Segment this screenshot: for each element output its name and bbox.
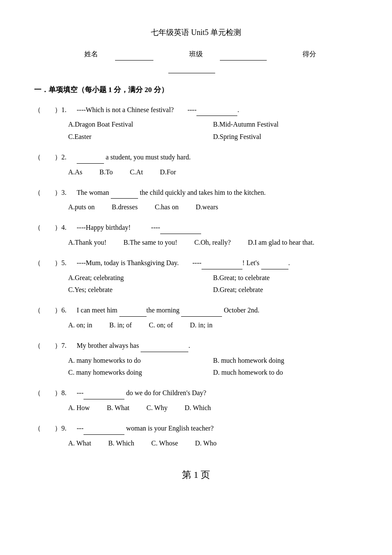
- q3-num: 3.: [61, 187, 77, 199]
- q9-text: --- woman is your English teacher?: [77, 422, 358, 435]
- q3-option-a: A.puts on: [68, 201, 95, 214]
- q9-options: A. What B. Which C. Whose D. Who: [68, 437, 358, 450]
- q2-num: 2.: [61, 151, 77, 164]
- q8-option-a: A. How: [68, 402, 90, 414]
- page-footer: 第 1 页: [34, 466, 358, 483]
- q6-option-b: B. in; of: [109, 319, 132, 332]
- q9-option-d: D. Who: [195, 437, 216, 450]
- question-9: （ ） 9. --- woman is your English teacher…: [34, 422, 358, 450]
- q2-option-a: A.As: [68, 166, 82, 179]
- q8-text: --- do we do for Children's Day?: [77, 387, 358, 399]
- q6-option-c: C. on; of: [149, 319, 173, 332]
- q8-option-d: D. Which: [184, 402, 211, 414]
- q3-options: A.puts on B.dresses C.has on D.wears: [68, 201, 358, 214]
- question-7: （ ） 7. My brother always has . A. many h…: [34, 339, 358, 379]
- q8-num: 8.: [61, 387, 77, 399]
- q4-num: 4.: [61, 222, 77, 234]
- q8-options: A. How B. What C. Why D. Which: [68, 402, 358, 414]
- q7-options: A. many homeworks to do B. much homework…: [68, 355, 358, 379]
- q5-text: ----Mum, today is Thanksgiving Day. ----…: [77, 257, 358, 269]
- q1-options: A.Dragon Boat Festival B.Mid-Autumn Fest…: [68, 119, 358, 143]
- q7-option-d: D. much homework to do: [213, 367, 358, 379]
- question-5: （ ） 5. ----Mum, today is Thanksgiving Da…: [34, 257, 358, 296]
- q8-option-b: B. What: [107, 402, 130, 414]
- q2-options: A.As B.To C.At D.For: [68, 166, 358, 179]
- student-info: 姓名 班级 得分: [34, 48, 358, 73]
- q5-option-c: C.Yes; celebrate: [68, 284, 213, 296]
- q8-bracket: （ ）: [34, 387, 61, 399]
- q6-options: A. on; in B. in; of C. on; of D. in; in: [68, 319, 358, 332]
- q9-bracket: （ ）: [34, 422, 61, 435]
- q1-text: ----Which is not a Chinese festival? ---…: [77, 104, 358, 116]
- q8-option-c: C. Why: [147, 402, 167, 414]
- q4-options: A.Thank you! B.The same to you! C.Oh, re…: [68, 237, 358, 249]
- question-6: （ ） 6. I can meet him the morning Octobe…: [34, 304, 358, 332]
- q6-option-d: D. in; in: [190, 319, 213, 332]
- q7-text: My brother always has .: [77, 339, 358, 352]
- q3-option-d: D.wears: [196, 201, 218, 214]
- question-3: （ ） 3. The woman the child quickly and t…: [34, 186, 358, 214]
- q9-option-b: B. Which: [108, 437, 134, 450]
- name-label: 姓名: [76, 50, 162, 58]
- q6-bracket: （ ）: [34, 304, 61, 317]
- question-4: （ ） 4. ----Happy birthday! ---- A.Thank …: [34, 221, 358, 249]
- q4-option-d: D.I am glad to hear that.: [248, 237, 314, 249]
- q3-text: The woman the child quickly and takes hi…: [77, 186, 358, 199]
- q1-option-b: B.Mid-Autumn Festival: [213, 119, 358, 131]
- q1-option-c: C.Easter: [68, 131, 213, 143]
- q2-option-d: D.For: [160, 166, 176, 179]
- class-label: 班级: [181, 50, 275, 58]
- q1-num: 1.: [61, 104, 77, 116]
- q5-num: 5.: [61, 257, 77, 269]
- q5-option-d: D.Great; celebrate: [213, 284, 358, 296]
- question-2: （ ） 2. a student, you must study hard. A…: [34, 151, 358, 179]
- q2-option-c: C.At: [130, 166, 143, 179]
- q1-option-a: A.Dragon Boat Festival: [68, 119, 213, 131]
- q2-bracket: （ ）: [34, 151, 61, 164]
- q7-option-b: B. much homework doing: [213, 355, 358, 367]
- q5-options: A.Great; celebrating B.Great; to celebra…: [68, 272, 358, 297]
- q5-option-b: B.Great; to celebrate: [213, 272, 358, 284]
- q4-option-b: B.The same to you!: [124, 237, 177, 249]
- q2-text: a student, you must study hard.: [77, 151, 358, 164]
- q3-option-b: B.dresses: [112, 201, 138, 214]
- q2-option-b: B.To: [99, 166, 112, 179]
- q6-num: 6.: [61, 304, 77, 317]
- q6-option-a: A. on; in: [68, 319, 92, 332]
- question-1: （ ） 1. ----Which is not a Chinese festiv…: [34, 104, 358, 143]
- q7-bracket: （ ）: [34, 340, 61, 352]
- section1-title: 一．单项填空（每小题 1 分，满分 20 分）: [34, 84, 358, 97]
- q3-option-c: C.has on: [155, 201, 179, 214]
- q4-text: ----Happy birthday! ----: [77, 221, 358, 234]
- q1-option-d: D.Spring Festival: [213, 131, 358, 143]
- q9-option-c: C. Whose: [151, 437, 178, 450]
- q9-num: 9.: [61, 422, 77, 435]
- q6-text: I can meet him the morning October 2nd.: [77, 304, 358, 317]
- q7-option-c: C. many homeworks doing: [68, 367, 213, 379]
- q9-option-a: A. What: [68, 437, 91, 450]
- q4-bracket: （ ）: [34, 222, 61, 234]
- q7-option-a: A. many homeworks to do: [68, 355, 213, 367]
- q7-num: 7.: [61, 340, 77, 352]
- q1-bracket: （ ）: [34, 104, 61, 116]
- q3-bracket: （ ）: [34, 187, 61, 199]
- q4-option-c: C.Oh, really?: [194, 237, 231, 249]
- q5-bracket: （ ）: [34, 257, 61, 269]
- q4-option-a: A.Thank you!: [68, 237, 107, 249]
- question-8: （ ） 8. --- do we do for Children's Day? …: [34, 387, 358, 414]
- page-title: 七年级英语 Unit5 单元检测: [34, 26, 358, 39]
- q5-option-a: A.Great; celebrating: [68, 272, 213, 284]
